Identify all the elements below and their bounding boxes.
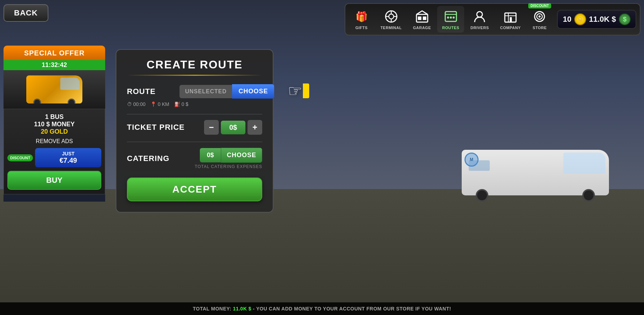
statusbar-prefix: TOTAL MONEY: — [193, 306, 233, 311]
catering-label: CATERING — [127, 154, 176, 163]
nav-label-drivers: DRIVERS — [470, 26, 489, 30]
ticket-price-row: TICKET PRICE − 0$ + — [127, 120, 262, 135]
nav-item-garage[interactable]: GARAGE — [408, 6, 436, 33]
catering-section: CATERING 0$ CHOOSE TOTAL CATERING EXPENS… — [127, 148, 262, 169]
company-icon — [503, 9, 518, 24]
garage-icon — [414, 9, 430, 24]
nav-label-terminal: TERMINAL — [380, 26, 402, 30]
bus-wheel-left — [33, 99, 41, 103]
svg-point-11 — [447, 16, 449, 19]
store-discount-badge: DISCOUNT — [528, 3, 551, 8]
offer-money: 110 $ MONEY — [7, 121, 101, 128]
statusbar-suffix: - YOU CAN ADD MONEY TO YOUR ACCOUNT FROM… — [251, 306, 451, 311]
nav-item-routes[interactable]: ROUTES — [437, 6, 464, 33]
route-distance-value: 0 KM — [158, 101, 169, 107]
statusbar-text: TOTAL MONEY: 11.0K $ - YOU CAN ADD MONEY… — [193, 306, 451, 311]
dollar-icon: $ — [619, 13, 631, 25]
nav-label-garage: GARAGE — [413, 26, 431, 30]
statusbar: TOTAL MONEY: 11.0K $ - YOU CAN ADD MONEY… — [0, 302, 644, 315]
nav-item-gifts[interactable]: 🎁 GIFTS — [349, 6, 374, 33]
currency-box: 10 🪙 11.0K $ $ — [557, 10, 636, 29]
offer-remove-ads: REMOVE ADS — [7, 138, 101, 145]
catering-sub-label: TOTAL CATERING EXPENSES — [195, 164, 262, 169]
cursor-indicator: ☞ — [288, 81, 309, 100]
route-info: ⏱ 00:00 📍 0 KM ⛽ 0 $ — [127, 101, 262, 107]
route-label: ROUTE — [127, 87, 176, 96]
catering-row: CATERING 0$ CHOOSE TOTAL CATERING EXPENS… — [127, 148, 262, 169]
ticket-price-display: 0$ — [221, 121, 245, 134]
svg-rect-18 — [510, 17, 512, 22]
route-price-info: ⛽ 0 $ — [174, 101, 188, 107]
offer-bus-count: 1 BUS — [7, 113, 101, 121]
gifts-icon: 🎁 — [354, 9, 369, 24]
nav-container: 🎁 GIFTS TERMINAL — [345, 3, 640, 35]
svg-rect-8 — [423, 16, 426, 20]
route-section: ROUTE UNSELECTED CHOOSE ☞ ⏱ 00:00 📍 0 KM — [127, 84, 262, 107]
route-row: ROUTE UNSELECTED CHOOSE ☞ — [127, 84, 262, 99]
nav-label-company: COMPANY — [500, 26, 521, 30]
ticket-price-section: TICKET PRICE − 0$ + — [127, 120, 262, 135]
accept-button[interactable]: ACCEPT — [127, 177, 262, 201]
special-offer-label: SPECIAL OFFER — [4, 46, 105, 61]
nav-item-terminal[interactable]: TERMINAL — [375, 6, 407, 33]
drivers-icon — [472, 9, 487, 24]
discount-circle: DISCOUNT — [7, 154, 33, 161]
ticket-price-label: TICKET PRICE — [127, 123, 185, 132]
nav-item-store[interactable]: STORE — [527, 6, 552, 33]
money-symbol: $ — [612, 15, 616, 24]
money-amount: 11.0K $ — [589, 15, 616, 24]
dialog-divider — [127, 75, 262, 76]
discount-section: DISCOUNT JUST €7.49 — [7, 148, 101, 167]
buy-button[interactable]: BUY — [7, 171, 101, 190]
bus-wheel-right — [68, 99, 75, 103]
offer-details: 1 BUS 110 $ MONEY 20 GOLD REMOVE ADS DIS… — [4, 109, 105, 194]
topbar: 🎁 GIFTS TERMINAL — [0, 0, 644, 39]
ticket-minus-button[interactable]: − — [204, 120, 219, 135]
svg-point-21 — [538, 15, 541, 18]
price-value: €7.49 — [40, 156, 96, 165]
price-box: JUST €7.49 — [35, 148, 101, 167]
catering-row-inner: 0$ CHOOSE — [200, 148, 262, 163]
back-button[interactable]: BACK — [4, 4, 48, 22]
svg-point-14 — [477, 12, 482, 17]
svg-point-12 — [450, 16, 452, 19]
hand-cursor-icon: ☞ — [288, 81, 302, 100]
distance-icon: 📍 — [150, 101, 156, 107]
yellow-tab — [303, 83, 309, 98]
bus-image — [26, 75, 82, 103]
route-time-value: 00:00 — [133, 101, 145, 107]
coin-icon: 🪙 — [574, 13, 586, 25]
create-route-dialog: CREATE ROUTE ROUTE UNSELECTED CHOOSE ☞ ⏱… — [116, 49, 273, 213]
statusbar-money: 11.0K $ — [233, 306, 251, 311]
section-divider-1 — [127, 114, 262, 114]
route-unselected-value: UNSELECTED — [179, 85, 232, 98]
clock-icon: ⏱ — [127, 101, 132, 107]
route-time-info: ⏱ 00:00 — [127, 101, 145, 107]
store-nav-wrapper: DISCOUNT STORE — [527, 6, 552, 33]
ticket-price-controls: − 0$ + — [204, 120, 262, 135]
price-just: JUST — [40, 151, 96, 156]
catering-choose-button[interactable]: CHOOSE — [221, 148, 262, 163]
nav-item-drivers[interactable]: DRIVERS — [466, 6, 494, 33]
svg-point-13 — [453, 16, 455, 19]
bus-preview — [4, 70, 105, 109]
offer-timer: 11:32:42 — [4, 60, 105, 70]
catering-controls: 0$ CHOOSE TOTAL CATERING EXPENSES — [195, 148, 262, 169]
store-icon — [532, 9, 547, 24]
route-choose-button[interactable]: CHOOSE — [232, 84, 274, 99]
coin-count: 10 — [563, 15, 571, 24]
nav-item-company[interactable]: COMPANY — [495, 6, 526, 33]
ticket-plus-button[interactable]: + — [248, 120, 262, 135]
nav-label-gifts: GIFTS — [355, 26, 368, 30]
svg-rect-7 — [418, 16, 421, 20]
white-bus: M — [462, 150, 609, 195]
route-distance-info: 📍 0 KM — [150, 101, 169, 107]
routes-icon — [443, 9, 459, 24]
route-selector: UNSELECTED CHOOSE ☞ — [179, 84, 274, 99]
catering-price-display: 0$ — [200, 148, 221, 162]
nav-label-routes: ROUTES — [442, 26, 459, 30]
bus-windshield — [60, 78, 80, 90]
route-fuel-value: 0 $ — [182, 101, 188, 107]
ground — [0, 189, 644, 315]
nav-label-store: STORE — [533, 26, 547, 30]
